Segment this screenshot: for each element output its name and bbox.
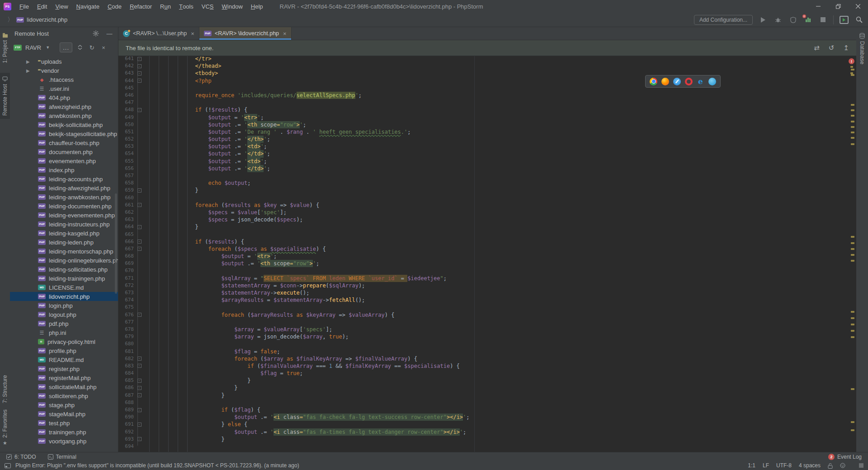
tab-user-php[interactable]: C <RAVR> \...\User.php × (118, 27, 199, 40)
tree-item-README.md[interactable]: MDREADME.md (10, 355, 118, 364)
menu-tools[interactable]: Tools (175, 0, 198, 13)
search-everywhere-icon[interactable] (854, 15, 863, 24)
fold-close-icon[interactable]: - (137, 57, 142, 61)
indent-setting[interactable]: 4 spaces (799, 462, 821, 469)
fold-open-icon[interactable]: - (137, 71, 142, 75)
tree-item-.htaccess[interactable]: ◆.htaccess (10, 75, 118, 84)
menu-window[interactable]: Window (218, 0, 247, 13)
code-line-676[interactable]: 676- foreach ($arrayResults as $keyArray… (118, 311, 856, 319)
code-line-642[interactable]: 642- </thead> (118, 62, 856, 70)
code-line-650[interactable]: 650 $output .= '<th scope="row">'; (118, 121, 856, 128)
tab-close-icon[interactable]: × (191, 30, 194, 37)
rollback-icon[interactable]: ↺ (829, 44, 835, 52)
tree-item-.user.ini[interactable]: ☰.user.ini (10, 84, 118, 93)
fold-close-icon[interactable]: - (137, 423, 142, 427)
tree-item-leiding-documenten.php[interactable]: PHPleiding-documenten.php (10, 202, 118, 211)
collapse-all-icon[interactable] (76, 43, 84, 52)
tree-item-afwezigheid.php[interactable]: PHPafwezigheid.php (10, 102, 118, 111)
stripe-favorites-button[interactable]: 2: Favorites ★ (0, 406, 10, 449)
code-line-677[interactable]: 677 (118, 319, 856, 326)
tree-item-php.ini[interactable]: ☰php.ini (10, 328, 118, 337)
code-line-667[interactable]: 667- foreach ($specs as $specialisatie) … (118, 245, 856, 253)
sync-icon[interactable]: ⇄ (814, 44, 820, 52)
profiler-icon[interactable]: 0 (803, 15, 812, 24)
code-line-655[interactable]: 655 $output .= '<td>'; (118, 158, 856, 165)
tree-item-bekijk-stagesollicitatie.php[interactable]: PHPbekijk-stagesollicitatie.php (10, 129, 118, 138)
code-line-646[interactable]: 646 require_once 'includes/queries/selec… (118, 92, 856, 99)
code-line-654[interactable]: 654 $output .= '</td>'; (118, 150, 856, 157)
menu-vcs[interactable]: VCS (198, 0, 218, 13)
upload-icon[interactable]: ↥ (843, 44, 849, 52)
tree-item-register.php[interactable]: PHPregister.php (10, 364, 118, 373)
status-message[interactable]: Plugin Error: Plugin ".env files support… (15, 462, 299, 469)
fold-close-icon[interactable]: - (137, 437, 142, 441)
code-editor[interactable]: 641- </tr>642- </thead>643- <tbody>644- … (118, 56, 856, 452)
tree-item-solliciteren.php[interactable]: PHPsolliciteren.php (10, 391, 118, 400)
fold-open-icon[interactable]: - (137, 313, 142, 317)
code-line-653[interactable]: 653 $output .= '<td>'; (118, 143, 856, 150)
code-line-645[interactable]: 645 (118, 85, 856, 92)
close-button[interactable] (848, 0, 868, 13)
code-line-678[interactable]: 678 $array = $valueArray['specs']; (118, 326, 856, 333)
menu-edit[interactable]: Edit (33, 0, 51, 13)
inspection-error-badge[interactable]: ! (849, 58, 854, 64)
expand-arrow-icon[interactable]: ▶ (26, 68, 38, 73)
chrome-icon[interactable] (650, 78, 657, 85)
code-line-685[interactable]: 685- } (118, 377, 856, 384)
safari-icon[interactable] (673, 78, 681, 85)
code-line-670[interactable]: 670 (118, 267, 856, 274)
code-line-665[interactable]: 665 (118, 231, 856, 238)
edge-icon[interactable]: e (697, 78, 704, 85)
code-line-656[interactable]: 656 $output .= '</td>'; (118, 165, 856, 172)
tree-item-chauffeur-toets.php[interactable]: PHPchauffeur-toets.php (10, 138, 118, 147)
tree-item-sollicitatieMail.php[interactable]: PHPsollicitatieMail.php (10, 382, 118, 391)
code-line-648[interactable]: 648- if (!$results) { (118, 106, 856, 113)
code-line-693[interactable]: 693- } (118, 436, 856, 443)
tree-item-404.php[interactable]: PHP404.php (10, 93, 118, 102)
code-line-651[interactable]: 651 $output .= 'De rang ' . $rang . ' he… (118, 128, 856, 136)
tree-item-login.php[interactable]: PHPlogin.php (10, 301, 118, 310)
tree-item-vendor[interactable]: ▶vendor (10, 66, 118, 75)
fold-open-icon[interactable]: - (137, 408, 142, 412)
code-line-664[interactable]: 664- } (118, 223, 856, 230)
tree-item-evenementen.php[interactable]: PHPevenementen.php (10, 156, 118, 165)
menu-view[interactable]: View (51, 0, 72, 13)
opera-icon[interactable] (685, 78, 693, 85)
refresh-icon[interactable]: ↻ (88, 43, 96, 52)
fold-open-icon[interactable]: - (137, 357, 142, 361)
expand-arrow-icon[interactable]: ▶ (26, 59, 38, 64)
code-line-659[interactable]: 659- } (118, 187, 856, 194)
tree-item-leiding-sollicitaties.php[interactable]: PHPleiding-sollicitaties.php (10, 265, 118, 274)
code-line-694[interactable]: 694 (118, 443, 856, 450)
code-line-663[interactable]: 663 $specs = json_decode($specs); (118, 216, 856, 223)
code-line-691[interactable]: 691- } else { (118, 421, 856, 428)
tree-item-pdf.php[interactable]: PHPpdf.php (10, 319, 118, 328)
tree-item-leiding-anwbkosten.php[interactable]: PHPleiding-anwbkosten.php (10, 193, 118, 202)
tree-item-stage.php[interactable]: PHPstage.php (10, 400, 118, 409)
more-button[interactable]: ... (60, 42, 72, 52)
code-line-688[interactable]: 688 (118, 399, 856, 406)
fold-close-icon[interactable]: - (137, 379, 142, 383)
tree-item-privacy-policy.html[interactable]: Hprivacy-policy.html (10, 337, 118, 346)
fold-open-icon[interactable]: - (137, 240, 142, 244)
code-line-641[interactable]: 641- </tr> (118, 56, 856, 62)
code-line-660[interactable]: 660 (118, 194, 856, 202)
code-line-673[interactable]: 673 $statementArray->execute(); (118, 289, 856, 296)
tree-item-voortgang.php[interactable]: PHPvoortgang.php (10, 437, 118, 446)
code-line-680[interactable]: 680 (118, 340, 856, 348)
coverage-icon[interactable] (788, 15, 797, 24)
code-line-671[interactable]: 671 $sqlArray = "SELECT `specs` FROM led… (118, 275, 856, 282)
code-line-689[interactable]: 689- if ($flag) { (118, 406, 856, 414)
tree-item-logout.php[interactable]: PHPlogout.php (10, 310, 118, 319)
tree-item-anwbkosten.php[interactable]: PHPanwbkosten.php (10, 111, 118, 120)
tree-item-trainingen.php[interactable]: PHPtrainingen.php (10, 428, 118, 437)
breadcrumb[interactable]: lidoverzicht.php (27, 16, 67, 23)
code-line-661[interactable]: 661- foreach ($results as $key => $value… (118, 202, 856, 209)
code-line-674[interactable]: 674 $arrayResults = $statementArray->fet… (118, 296, 856, 304)
code-line-687[interactable]: 687- } (118, 392, 856, 399)
tree-item-leiding-accounts.php[interactable]: PHPleiding-accounts.php (10, 174, 118, 183)
code-line-662[interactable]: 662 $specs = $value['spec']; (118, 209, 856, 216)
code-line-684[interactable]: 684 $flag = true; (118, 370, 856, 377)
stop-icon[interactable] (818, 15, 827, 24)
terminal-button[interactable]: Terminal (48, 454, 76, 460)
